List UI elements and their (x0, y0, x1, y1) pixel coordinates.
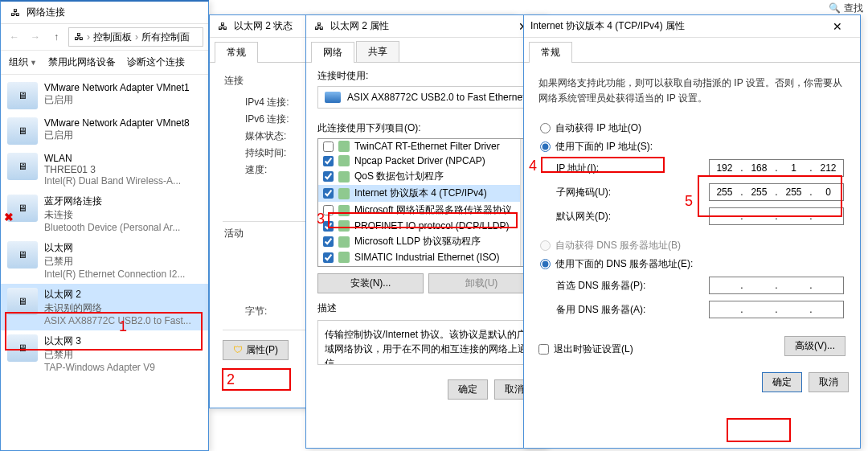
properties-button[interactable]: 🛡属性(P) (223, 340, 289, 360)
adapter-text: VMware Network Adapter VMnet1已启用 (44, 82, 202, 107)
ipv4-footer: 确定 取消 (524, 364, 860, 400)
tab-general[interactable]: 常规 (215, 42, 258, 63)
search-hint: 🔍查找 (829, 2, 863, 15)
breadcrumb[interactable]: 🖧 › 控制面板 › 所有控制面 (68, 27, 203, 47)
protocol-checkbox[interactable] (323, 171, 334, 182)
mask-label: 子网掩码(U): (556, 186, 611, 199)
adapter-item[interactable]: 🖥蓝牙网络连接未连接Bluetooth Device (Personal Ar.… (1, 191, 208, 237)
ip-input[interactable]: 192. 168. 1. 212 (709, 159, 844, 177)
ok-button[interactable]: 确定 (448, 379, 488, 400)
dns2-input[interactable]: ... (709, 301, 844, 318)
tab-network[interactable]: 网络 (311, 42, 354, 63)
radio-manual-ip[interactable]: 使用下面的 IP 地址(S): (538, 137, 845, 156)
shield-icon: 🛡 (233, 344, 243, 355)
protocol-row[interactable]: Internet 协议版本 4 (TCP/IPv4) (318, 185, 534, 202)
props-title: 以太网 2 属性 (330, 19, 389, 33)
nic-icon (325, 92, 341, 103)
tab-general[interactable]: 常规 (529, 42, 572, 63)
uninstall-button: 卸载(U) (428, 273, 534, 293)
adapter-item[interactable]: 🖥以太网 3已禁用TAP-Windows Adapter V9 (1, 330, 208, 377)
protocol-row[interactable]: SIMATIC Industrial Ethernet (ISO) (318, 250, 534, 264)
validate-on-exit[interactable]: 退出时验证设置(L) (538, 342, 633, 356)
adapter-item[interactable]: 🖥VMware Network Adapter VMnet1已启用 (1, 78, 208, 113)
ipv4-title: Internet 协议版本 4 (TCP/IPv4) 属性 (530, 19, 685, 33)
props-footer: 确定 取消 (306, 371, 546, 408)
gw-label: 默认网关(D): (556, 210, 611, 223)
protocol-checkbox[interactable] (323, 156, 334, 166)
protocol-label: Microsoft 网络适配器多路传送器协议 (354, 203, 512, 217)
protocol-list[interactable]: TwinCAT RT-Ethernet Filter DriverNpcap P… (317, 138, 534, 267)
nav-forward-icon[interactable]: → (27, 28, 44, 46)
cancel-button[interactable]: 取消 (809, 372, 849, 392)
radio-auto-ip[interactable]: 自动获得 IP 地址(O) (538, 119, 845, 137)
tab-share[interactable]: 共享 (356, 41, 399, 62)
mask-input[interactable]: 255. 255. 255. 0 (709, 183, 844, 201)
toolbar-organize[interactable]: 组织▼ (9, 55, 37, 69)
ipv4-tabs: 常规 (524, 38, 860, 63)
dns2-row: 备用 DNS 服务器(A): ... (538, 297, 845, 322)
install-button[interactable]: 安装(N)... (317, 273, 424, 293)
radio-manual-dns-input[interactable] (540, 259, 551, 269)
chevron-down-icon: ▼ (30, 59, 37, 67)
nav-back-icon[interactable]: ← (6, 28, 23, 46)
annotation-1: 1 (119, 318, 127, 335)
annotation-5: 5 (685, 193, 693, 210)
protocol-label: TwinCAT RT-Ethernet Filter Driver (354, 141, 500, 152)
protocol-checkbox[interactable] (323, 236, 334, 247)
breadcrumb-part[interactable]: 所有控制面 (141, 31, 190, 44)
protocol-icon (338, 155, 350, 166)
protocol-row[interactable]: PROFINET IO protocol (DCP/LLDP) (318, 219, 534, 233)
items-label: 此连接使用下列项目(O): (317, 121, 534, 135)
validate-checkbox[interactable] (538, 344, 549, 355)
gw-input[interactable]: . . . (709, 207, 844, 225)
network-icon: 🖧 (74, 31, 84, 43)
radio-manual-ip-input[interactable] (540, 141, 551, 152)
adapter-item[interactable]: 🖥以太网已禁用Intel(R) Ethernet Connection I2..… (1, 237, 208, 284)
protocol-icon (338, 220, 350, 232)
dns2-label: 备用 DNS 服务器(A): (556, 303, 645, 317)
adapter-item[interactable]: 🖥VMware Network Adapter VMnet8已启用 (1, 113, 208, 149)
network-connections-window: 🖧 网络连接 ← → ↑ 🖧 › 控制面板 › 所有控制面 组织▼ 禁用此网络设… (0, 0, 209, 451)
radio-auto-dns-input (540, 240, 551, 251)
breadcrumb-part[interactable]: 控制面板 (93, 31, 132, 44)
ipv4-titlebar[interactable]: Internet 协议版本 4 (TCP/IPv4) 属性 ✕ (524, 15, 860, 38)
chevron-right-icon: › (135, 31, 138, 43)
adapter-item[interactable]: 🖥以太网 2未识别的网络ASIX AX88772C USB2.0 to Fast… (1, 284, 208, 330)
adapter-text: 蓝牙网络连接未连接Bluetooth Device (Personal Ar..… (44, 195, 202, 233)
ok-button[interactable]: 确定 (762, 372, 802, 392)
ip-label: IP 地址(I): (556, 162, 599, 175)
ipv4-body: 如果网络支持此功能，则可以获取自动指派的 IP 设置。否则，你需要从网络系统管理… (524, 63, 860, 364)
protocol-checkbox[interactable] (323, 141, 334, 152)
dns1-input[interactable]: ... (709, 277, 844, 294)
nic-name: ASIX AX88772C USB2.0 to Fast Ethernet (347, 92, 525, 103)
adapter-text: VMware Network Adapter VMnet8已启用 (44, 117, 202, 142)
protocol-row[interactable]: Npcap Packet Driver (NPCAP) (318, 154, 534, 168)
protocol-row[interactable]: QoS 数据包计划程序 (318, 168, 534, 185)
props-titlebar[interactable]: 🖧 以太网 2 属性 ✕ (306, 15, 546, 38)
nav-row: ← → ↑ 🖧 › 控制面板 › 所有控制面 (1, 24, 208, 51)
toolbar-disable[interactable]: 禁用此网络设备 (48, 55, 116, 69)
network-icon: 🖧 (9, 6, 22, 19)
adapter-icon: 🖥 (7, 153, 38, 180)
toolbar-diagnose[interactable]: 诊断这个连接 (127, 55, 185, 69)
search-icon: 🔍 (829, 2, 841, 14)
adapter-item[interactable]: 🖥WLANTHREE01 3Intel(R) Dual Band Wireles… (1, 149, 208, 191)
props-tabs: 网络 共享 (306, 38, 546, 63)
protocol-checkbox[interactable] (323, 188, 334, 199)
adapter-text: 以太网已禁用Intel(R) Ethernet Connection I2... (44, 241, 202, 280)
close-icon[interactable]: ✕ (821, 15, 854, 38)
protocol-icon (338, 171, 350, 182)
protocol-row[interactable]: Microsoft 网络适配器多路传送器协议 (318, 202, 534, 219)
advanced-button[interactable]: 高级(V)... (784, 336, 845, 356)
dns1-row: 首选 DNS 服务器(P): ... (538, 273, 845, 297)
adapter-icon: 🖥 (7, 288, 38, 315)
protocol-checkbox[interactable] (323, 252, 334, 263)
annotation-4: 4 (529, 158, 537, 174)
radio-manual-dns[interactable]: 使用下面的 DNS 服务器地址(E): (538, 255, 845, 273)
ethernet-properties-window: 🖧 以太网 2 属性 ✕ 网络 共享 连接时使用: ASIX AX88772C … (305, 14, 547, 449)
nav-up-icon[interactable]: ↑ (47, 28, 65, 46)
radio-auto-ip-input[interactable] (540, 123, 551, 133)
ipv4-properties-window: Internet 协议版本 4 (TCP/IPv4) 属性 ✕ 常规 如果网络支… (523, 14, 861, 449)
protocol-row[interactable]: TwinCAT RT-Ethernet Filter Driver (318, 139, 534, 154)
protocol-row[interactable]: Microsoft LLDP 协议驱动程序 (318, 233, 534, 250)
